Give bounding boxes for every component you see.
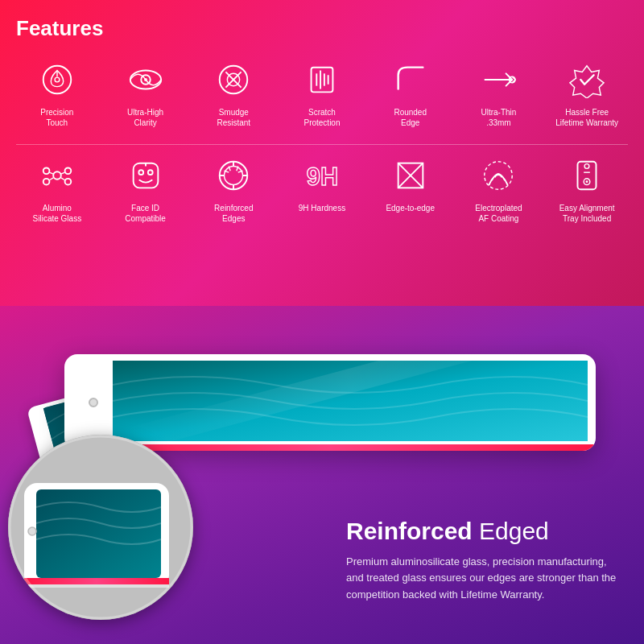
features-title: Features	[16, 16, 628, 41]
feature-edge-to-edge: Edge-to-edge	[369, 153, 452, 224]
reinforced-edges-label: ReinforcedEdges	[214, 203, 253, 224]
alignment-tray-label: Easy AlignmentTray Included	[559, 203, 615, 224]
tablet-camera	[89, 398, 98, 407]
svg-text:9H: 9H	[307, 163, 338, 190]
feature-rounded-edge: RoundedEdge	[369, 57, 452, 128]
ultra-high-clarity-icon	[123, 57, 168, 102]
ultra-high-clarity-label: Ultra-HighClarity	[127, 107, 163, 128]
svg-line-24	[61, 178, 65, 180]
reinforced-bold: Reinforced	[346, 518, 473, 544]
feature-hassle-free: Hassle FreeLifetime Warranty	[546, 57, 628, 128]
feature-9h-hardness: 9H 9H Hardness	[281, 153, 363, 224]
feature-face-id: Face IDCompatible	[105, 153, 187, 224]
svg-rect-25	[133, 163, 158, 188]
9h-hardness-icon: 9H	[299, 153, 345, 198]
svg-rect-41	[113, 361, 588, 441]
hassle-free-icon	[564, 57, 609, 102]
circle-magnifier	[8, 435, 193, 620]
top-section: Features PrecisionTouch	[0, 0, 644, 306]
face-id-label: Face IDCompatible	[125, 203, 166, 224]
9h-hardness-label: 9H Hardness	[299, 203, 345, 213]
alumino-silicate-label: AluminoSilicate Glass	[33, 203, 82, 224]
svg-point-30	[225, 167, 243, 185]
face-id-icon	[123, 153, 168, 198]
tablet-body	[64, 354, 596, 451]
electroplated-icon	[476, 153, 521, 198]
edge-to-edge-icon	[388, 153, 433, 198]
feature-scratch-protection: ScratchProtection	[281, 57, 363, 128]
scratch-protection-icon	[299, 57, 345, 102]
alignment-tray-icon	[564, 153, 609, 198]
feature-reinforced-edges: ReinforcedEdges	[192, 153, 275, 224]
svg-rect-49	[24, 584, 169, 588]
feature-ultra-thin: Ultra-Thin.33mm	[458, 57, 540, 128]
svg-point-17	[43, 167, 50, 174]
bottom-section: Reinforced Edged Premium aluminosilicate…	[0, 306, 644, 644]
svg-rect-9	[312, 68, 333, 93]
electroplated-label: ElectroplatedAF Coating	[475, 203, 522, 224]
svg-point-19	[43, 179, 50, 185]
svg-point-27	[147, 170, 152, 175]
svg-point-20	[64, 179, 71, 185]
bottom-text-container: Reinforced Edged Premium aluminosilicate…	[346, 517, 620, 604]
precision-touch-label: PrecisionTouch	[40, 107, 73, 128]
hassle-free-label: Hassle FreeLifetime Warranty	[555, 107, 618, 128]
features-row-2: AluminoSilicate Glass Face IDCompatible	[16, 153, 628, 224]
svg-point-37	[584, 164, 589, 169]
feature-alumino-silicate: AluminoSilicate Glass	[16, 153, 98, 224]
rounded-edge-icon	[388, 57, 433, 102]
ultra-thin-icon	[476, 57, 521, 102]
feature-electroplated: ElectroplatedAF Coating	[458, 153, 540, 224]
svg-line-21	[49, 172, 53, 174]
feature-precision-touch: PrecisionTouch	[16, 57, 98, 128]
precision-touch-icon	[35, 57, 80, 102]
feature-smudge-resistant: SmudgeResistant	[192, 57, 275, 128]
svg-point-50	[28, 527, 36, 535]
svg-point-39	[586, 180, 588, 183]
svg-line-23	[49, 178, 53, 180]
svg-point-16	[53, 171, 61, 180]
svg-rect-48	[24, 578, 169, 584]
svg-point-1	[55, 77, 60, 82]
reinforced-edges-icon	[211, 153, 256, 198]
feature-ultra-high-clarity: Ultra-HighClarity	[105, 57, 187, 128]
feature-alignment-tray: Easy AlignmentTray Included	[546, 153, 628, 224]
ultra-thin-label: Ultra-Thin.33mm	[481, 107, 516, 128]
svg-point-18	[64, 167, 71, 174]
rounded-edge-label: RoundedEdge	[394, 107, 427, 128]
svg-point-26	[138, 170, 143, 175]
edge-to-edge-label: Edge-to-edge	[386, 203, 435, 213]
main-container: Features PrecisionTouch	[0, 0, 644, 644]
reinforced-description: Premium aluminosilicate glass, precision…	[346, 554, 620, 604]
features-row-1: PrecisionTouch Ultra-HighClarity	[16, 57, 628, 128]
tablet-screen	[113, 361, 588, 441]
svg-line-22	[61, 172, 65, 174]
smudge-resistant-icon	[211, 57, 256, 102]
reinforced-title: Reinforced Edged	[346, 517, 620, 546]
reinforced-rest: Edged	[473, 518, 549, 544]
alumino-silicate-icon	[35, 153, 80, 198]
smudge-resistant-label: SmudgeResistant	[217, 107, 250, 128]
scratch-protection-label: ScratchProtection	[303, 107, 340, 128]
divider	[16, 144, 628, 145]
